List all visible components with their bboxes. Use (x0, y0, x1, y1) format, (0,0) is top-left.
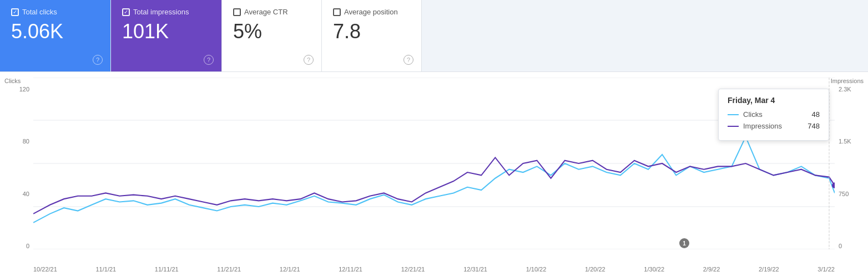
total-clicks-card[interactable]: Total clicks 5.06K ? (0, 0, 111, 71)
total-clicks-label: Total clicks (11, 8, 99, 16)
average-position-label: Average position (333, 8, 410, 16)
average-ctr-help-icon[interactable]: ? (304, 55, 314, 65)
average-ctr-label: Average CTR (233, 8, 310, 16)
total-clicks-help-icon[interactable]: ? (93, 55, 103, 65)
average-position-help-icon[interactable]: ? (403, 55, 413, 65)
total-clicks-checkbox[interactable] (11, 8, 19, 16)
chart-container: Clicks Impressions 120 80 40 0 2.3K 1.5K… (0, 72, 868, 277)
total-impressions-help-icon[interactable]: ? (204, 55, 214, 65)
chart-svg (33, 78, 835, 249)
annotation-bubble[interactable]: 1 (679, 238, 689, 248)
tooltip-clicks-label: Clicks (743, 110, 808, 119)
y-label-right: Impressions (831, 78, 864, 84)
total-impressions-text: Total impressions (133, 8, 189, 16)
metrics-bar: Total clicks 5.06K ? Total impressions 1… (0, 0, 868, 72)
impressions-dash-icon (728, 126, 739, 127)
total-impressions-checkbox[interactable] (122, 8, 130, 16)
tooltip-impressions-row: Impressions 748 (728, 122, 820, 130)
tooltip-impressions-label: Impressions (743, 122, 803, 130)
clicks-line (33, 137, 835, 223)
average-ctr-text: Average CTR (244, 8, 288, 16)
tooltip-clicks-row: Clicks 48 (728, 110, 820, 119)
total-impressions-label: Total impressions (122, 8, 210, 16)
tooltip-clicks-value: 48 (812, 110, 820, 119)
total-clicks-value: 5.06K (11, 22, 99, 42)
y-axis-right: 2.3K 1.5K 750 0 (839, 86, 864, 249)
y-label-left: Clicks (4, 78, 21, 84)
average-ctr-value: 5% (233, 22, 310, 42)
average-position-value: 7.8 (333, 22, 410, 42)
total-clicks-text: Total clicks (22, 8, 57, 16)
tooltip-impressions-value: 748 (808, 122, 820, 130)
chart-tooltip: Friday, Mar 4 Clicks 48 Impressions 748 (718, 89, 829, 141)
total-impressions-card[interactable]: Total impressions 101K ? (111, 0, 222, 71)
average-ctr-card[interactable]: Average CTR 5% ? (222, 0, 322, 71)
average-ctr-checkbox[interactable] (233, 8, 241, 16)
tooltip-date: Friday, Mar 4 (728, 96, 820, 105)
average-position-text: Average position (344, 8, 398, 16)
average-position-card[interactable]: Average position 7.8 ? (322, 0, 422, 71)
y-axis-left: 120 80 40 0 (4, 86, 29, 249)
average-position-checkbox[interactable] (333, 8, 341, 16)
x-axis-labels: 10/22/21 11/1/21 11/11/21 11/21/21 12/1/… (33, 266, 835, 273)
impressions-line (33, 157, 835, 214)
clicks-dash-icon (728, 114, 739, 115)
total-impressions-value: 101K (122, 22, 210, 42)
